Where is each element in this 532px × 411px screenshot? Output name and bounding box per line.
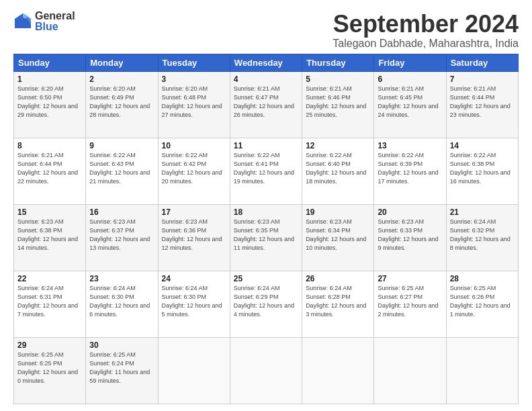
day-number: 14: [450, 141, 515, 150]
day-number: 7: [450, 75, 515, 84]
week-row-3: 15Sunrise: 6:23 AMSunset: 6:38 PMDayligh…: [14, 204, 519, 271]
table-row: 14Sunrise: 6:22 AMSunset: 6:38 PMDayligh…: [446, 138, 518, 204]
day-number: 26: [306, 274, 370, 283]
day-number: 28: [450, 274, 515, 283]
table-row: 3Sunrise: 6:20 AMSunset: 6:48 PMDaylight…: [158, 71, 230, 138]
logo-icon: [13, 12, 32, 31]
day-number: 29: [17, 340, 82, 350]
table-row: 24Sunrise: 6:24 AMSunset: 6:30 PMDayligh…: [158, 271, 230, 337]
table-row: 13Sunrise: 6:22 AMSunset: 6:39 PMDayligh…: [374, 138, 446, 204]
table-row: [374, 337, 446, 404]
table-row: 25Sunrise: 6:24 AMSunset: 6:29 PMDayligh…: [230, 271, 302, 337]
table-row: 19Sunrise: 6:23 AMSunset: 6:34 PMDayligh…: [302, 204, 374, 271]
day-info: Sunrise: 6:24 AMSunset: 6:29 PMDaylight:…: [234, 284, 298, 319]
day-info: Sunrise: 6:24 AMSunset: 6:32 PMDaylight:…: [450, 218, 515, 253]
day-info: Sunrise: 6:25 AMSunset: 6:24 PMDaylight:…: [89, 351, 154, 385]
day-info: Sunrise: 6:23 AMSunset: 6:33 PMDaylight:…: [378, 218, 442, 253]
day-info: Sunrise: 6:24 AMSunset: 6:30 PMDaylight:…: [89, 284, 154, 319]
day-info: Sunrise: 6:20 AMSunset: 6:50 PMDaylight:…: [17, 85, 82, 120]
day-info: Sunrise: 6:22 AMSunset: 6:41 PMDaylight:…: [234, 151, 298, 186]
week-row-5: 29Sunrise: 6:25 AMSunset: 6:25 PMDayligh…: [14, 337, 519, 404]
col-saturday: Saturday: [446, 54, 518, 71]
day-info: Sunrise: 6:24 AMSunset: 6:28 PMDaylight:…: [306, 284, 370, 319]
day-number: 22: [17, 274, 82, 283]
day-info: Sunrise: 6:25 AMSunset: 6:27 PMDaylight:…: [378, 284, 442, 319]
week-row-4: 22Sunrise: 6:24 AMSunset: 6:31 PMDayligh…: [14, 271, 519, 337]
col-thursday: Thursday: [302, 54, 374, 71]
day-info: Sunrise: 6:23 AMSunset: 6:36 PMDaylight:…: [162, 218, 226, 253]
table-row: 5Sunrise: 6:21 AMSunset: 6:46 PMDaylight…: [302, 71, 374, 138]
table-row: 22Sunrise: 6:24 AMSunset: 6:31 PMDayligh…: [14, 271, 86, 337]
table-row: 17Sunrise: 6:23 AMSunset: 6:36 PMDayligh…: [158, 204, 230, 271]
day-info: Sunrise: 6:22 AMSunset: 6:40 PMDaylight:…: [306, 151, 370, 186]
table-row: [302, 337, 374, 404]
calendar-table: Sunday Monday Tuesday Wednesday Thursday…: [13, 54, 519, 404]
header: General Blue September 2024 Talegaon Dab…: [13, 11, 519, 50]
table-row: 11Sunrise: 6:22 AMSunset: 6:41 PMDayligh…: [230, 138, 302, 204]
day-info: Sunrise: 6:20 AMSunset: 6:49 PMDaylight:…: [89, 85, 154, 120]
day-number: 8: [17, 141, 82, 150]
day-number: 20: [378, 208, 442, 217]
col-wednesday: Wednesday: [230, 54, 302, 71]
logo-blue: Blue: [35, 21, 75, 32]
day-number: 19: [306, 208, 370, 217]
table-row: 1Sunrise: 6:20 AMSunset: 6:50 PMDaylight…: [14, 71, 86, 138]
day-number: 11: [234, 141, 298, 150]
table-row: 10Sunrise: 6:22 AMSunset: 6:42 PMDayligh…: [158, 138, 230, 204]
day-info: Sunrise: 6:22 AMSunset: 6:38 PMDaylight:…: [450, 151, 515, 186]
table-row: 23Sunrise: 6:24 AMSunset: 6:30 PMDayligh…: [86, 271, 158, 337]
day-number: 12: [306, 141, 370, 150]
table-row: 20Sunrise: 6:23 AMSunset: 6:33 PMDayligh…: [374, 204, 446, 271]
table-row: 16Sunrise: 6:23 AMSunset: 6:37 PMDayligh…: [86, 204, 158, 271]
day-number: 13: [378, 141, 442, 150]
day-info: Sunrise: 6:23 AMSunset: 6:38 PMDaylight:…: [17, 218, 82, 253]
table-row: 27Sunrise: 6:25 AMSunset: 6:27 PMDayligh…: [374, 271, 446, 337]
day-number: 6: [378, 75, 442, 84]
day-info: Sunrise: 6:25 AMSunset: 6:25 PMDaylight:…: [17, 351, 82, 385]
location-title: Talegaon Dabhade, Maharashtra, India: [332, 38, 519, 50]
day-info: Sunrise: 6:23 AMSunset: 6:37 PMDaylight:…: [89, 218, 154, 253]
table-row: 28Sunrise: 6:25 AMSunset: 6:26 PMDayligh…: [446, 271, 518, 337]
col-monday: Monday: [86, 54, 158, 71]
day-info: Sunrise: 6:23 AMSunset: 6:35 PMDaylight:…: [234, 218, 298, 253]
day-number: 9: [89, 141, 154, 150]
table-row: [230, 337, 302, 404]
day-number: 21: [450, 208, 515, 217]
day-number: 30: [89, 340, 154, 350]
day-info: Sunrise: 6:22 AMSunset: 6:39 PMDaylight:…: [378, 151, 442, 186]
day-info: Sunrise: 6:21 AMSunset: 6:44 PMDaylight:…: [450, 85, 515, 120]
day-number: 18: [234, 208, 298, 217]
title-area: September 2024 Talegaon Dabhade, Maharas…: [332, 11, 519, 50]
day-number: 23: [89, 274, 154, 283]
day-number: 25: [234, 274, 298, 283]
table-row: 29Sunrise: 6:25 AMSunset: 6:25 PMDayligh…: [14, 337, 86, 404]
table-row: 15Sunrise: 6:23 AMSunset: 6:38 PMDayligh…: [14, 204, 86, 271]
table-row: 26Sunrise: 6:24 AMSunset: 6:28 PMDayligh…: [302, 271, 374, 337]
day-number: 24: [162, 274, 226, 283]
day-number: 16: [89, 208, 154, 217]
table-row: 6Sunrise: 6:21 AMSunset: 6:45 PMDaylight…: [374, 71, 446, 138]
table-row: 8Sunrise: 6:21 AMSunset: 6:44 PMDaylight…: [14, 138, 86, 204]
day-info: Sunrise: 6:23 AMSunset: 6:34 PMDaylight:…: [306, 218, 370, 253]
day-number: 10: [162, 141, 226, 150]
day-info: Sunrise: 6:22 AMSunset: 6:43 PMDaylight:…: [89, 151, 154, 186]
month-title: September 2024: [332, 11, 519, 38]
table-row: 18Sunrise: 6:23 AMSunset: 6:35 PMDayligh…: [230, 204, 302, 271]
week-row-2: 8Sunrise: 6:21 AMSunset: 6:44 PMDaylight…: [14, 138, 519, 204]
col-tuesday: Tuesday: [158, 54, 230, 71]
day-info: Sunrise: 6:25 AMSunset: 6:26 PMDaylight:…: [450, 284, 515, 319]
day-info: Sunrise: 6:21 AMSunset: 6:44 PMDaylight:…: [17, 151, 82, 186]
day-number: 17: [162, 208, 226, 217]
table-row: 9Sunrise: 6:22 AMSunset: 6:43 PMDaylight…: [86, 138, 158, 204]
col-friday: Friday: [374, 54, 446, 71]
day-number: 2: [89, 75, 154, 84]
table-row: [158, 337, 230, 404]
day-info: Sunrise: 6:21 AMSunset: 6:46 PMDaylight:…: [306, 85, 370, 120]
table-row: [446, 337, 518, 404]
table-row: 30Sunrise: 6:25 AMSunset: 6:24 PMDayligh…: [86, 337, 158, 404]
table-row: 7Sunrise: 6:21 AMSunset: 6:44 PMDaylight…: [446, 71, 518, 138]
day-info: Sunrise: 6:21 AMSunset: 6:45 PMDaylight:…: [378, 85, 442, 120]
day-info: Sunrise: 6:24 AMSunset: 6:31 PMDaylight:…: [17, 284, 82, 319]
table-row: 21Sunrise: 6:24 AMSunset: 6:32 PMDayligh…: [446, 204, 518, 271]
day-number: 4: [234, 75, 298, 84]
